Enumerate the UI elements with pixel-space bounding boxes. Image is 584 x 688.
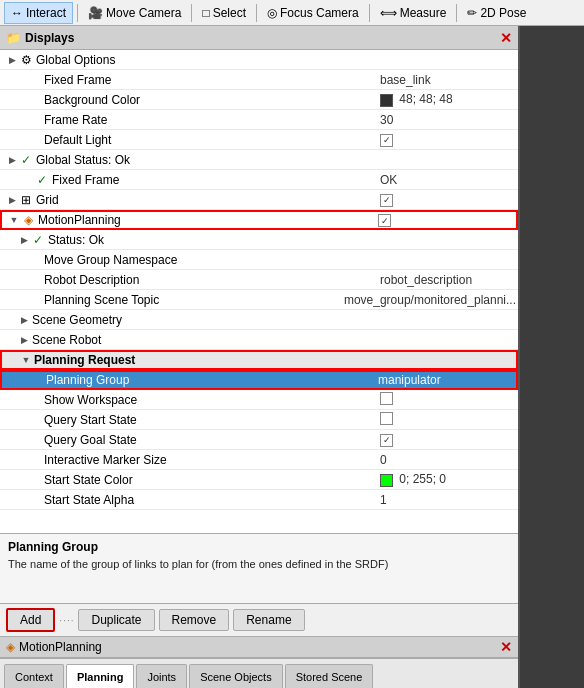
rename-button[interactable]: Rename xyxy=(233,609,304,631)
displays-tree[interactable]: ▶ ⚙ Global Options Fixed Frame base_link xyxy=(0,50,518,533)
pg-label: Planning Group xyxy=(44,373,374,387)
tab-joints[interactable]: Joints xyxy=(136,664,187,688)
tab-context[interactable]: Context xyxy=(4,664,64,688)
start-state-color-row[interactable]: Start State Color 0; 255; 0 xyxy=(0,470,518,490)
motion-planning-bar: ◈ MotionPlanning ✕ xyxy=(0,636,518,658)
scene-geometry-row[interactable]: ▶ Scene Geometry xyxy=(0,310,518,330)
ff-ok-label: Fixed Frame xyxy=(50,173,376,187)
qgs-label: Query Goal State xyxy=(42,433,376,447)
separator-4 xyxy=(369,4,370,22)
interact-button[interactable]: ↔ Interact xyxy=(4,2,73,24)
tab-stored-scene-label: Stored Scene xyxy=(296,671,363,683)
grid-label: Grid xyxy=(34,193,376,207)
ff-ok-value: OK xyxy=(376,173,516,187)
select-button[interactable]: □ Select xyxy=(196,2,252,24)
interactive-marker-size-row[interactable]: Interactive Marker Size 0 xyxy=(0,450,518,470)
global-options-label: Global Options xyxy=(34,53,376,67)
main-area: 📁 Displays ✕ ▶ ⚙ Global Options xyxy=(0,26,584,688)
move-camera-button[interactable]: 🎥 Move Camera xyxy=(82,2,187,24)
ssa-value: 1 xyxy=(376,493,516,507)
description-title: Planning Group xyxy=(8,540,510,554)
description-text: The name of the group of links to plan f… xyxy=(8,557,510,572)
description-box: Planning Group The name of the group of … xyxy=(0,533,518,603)
move-group-ns-row[interactable]: Move Group Namespace xyxy=(0,250,518,270)
focus-camera-button[interactable]: ◎ Focus Camera xyxy=(261,2,365,24)
fixed-frame-row[interactable]: Fixed Frame base_link xyxy=(0,70,518,90)
mp-arrow: ▼ xyxy=(8,215,20,225)
background-color-row[interactable]: Background Color 48; 48; 48 xyxy=(0,90,518,110)
grid-checkbox[interactable]: ✓ xyxy=(380,194,393,207)
mp-bar-icon: ◈ xyxy=(6,640,15,654)
measure-icon: ⟺ xyxy=(380,6,397,20)
toolbar: ↔ Interact 🎥 Move Camera □ Select ◎ Focu… xyxy=(0,0,584,26)
query-goal-state-row[interactable]: Query Goal State ✓ xyxy=(0,430,518,450)
sw-checkbox[interactable] xyxy=(380,392,393,405)
global-status-arrow: ▶ xyxy=(6,155,18,165)
2d-pose-button[interactable]: ✏ 2D Pose xyxy=(461,2,532,24)
ims-value: 0 xyxy=(376,453,516,467)
check-icon-1: ✓ xyxy=(18,152,34,168)
pr-label: Planning Request xyxy=(32,353,374,367)
mgns-label: Move Group Namespace xyxy=(42,253,376,267)
start-state-alpha-row[interactable]: Start State Alpha 1 xyxy=(0,490,518,510)
separator-dots: ···· xyxy=(59,615,74,626)
show-workspace-row[interactable]: Show Workspace xyxy=(0,390,518,410)
query-start-state-row[interactable]: Query Start State xyxy=(0,410,518,430)
interact-icon: ↔ xyxy=(11,6,23,20)
ssc-label: Start State Color xyxy=(42,473,376,487)
tab-stored-scene[interactable]: Stored Scene xyxy=(285,664,374,688)
default-light-checkbox[interactable]: ✓ xyxy=(380,134,393,147)
global-options-row[interactable]: ▶ ⚙ Global Options xyxy=(0,50,518,70)
frame-rate-row[interactable]: Frame Rate 30 xyxy=(0,110,518,130)
global-options-arrow: ▶ xyxy=(6,55,18,65)
planning-scene-topic-row[interactable]: Planning Scene Topic move_group/monitore… xyxy=(0,290,518,310)
tab-context-label: Context xyxy=(15,671,53,683)
tab-planning[interactable]: Planning xyxy=(66,664,134,688)
bottom-buttons: Add ···· Duplicate Remove Rename xyxy=(0,603,518,636)
mp-checkbox[interactable]: ✓ xyxy=(378,214,391,227)
qss-checkbox[interactable] xyxy=(380,412,393,425)
ssa-label: Start State Alpha xyxy=(42,493,376,507)
qgs-checkbox[interactable]: ✓ xyxy=(380,434,393,447)
tabs-bar: Context Planning Joints Scene Objects St… xyxy=(0,658,518,688)
motion-planning-row[interactable]: ▼ ◈ MotionPlanning ✓ xyxy=(0,210,518,230)
duplicate-button[interactable]: Duplicate xyxy=(78,609,154,631)
remove-button[interactable]: Remove xyxy=(159,609,230,631)
sw-label: Show Workspace xyxy=(42,393,376,407)
2d-pose-icon: ✏ xyxy=(467,6,477,20)
robot-desc-row[interactable]: Robot Description robot_description xyxy=(0,270,518,290)
tab-scene-objects[interactable]: Scene Objects xyxy=(189,664,283,688)
grid-row[interactable]: ▶ ⊞ Grid ✓ xyxy=(0,190,518,210)
fixed-frame-ok-row[interactable]: ✓ Fixed Frame OK xyxy=(0,170,518,190)
global-status-row[interactable]: ▶ ✓ Global Status: Ok xyxy=(0,150,518,170)
pr-arrow: ▼ xyxy=(20,355,32,365)
pst-label: Planning Scene Topic xyxy=(42,293,340,307)
scene-robot-row[interactable]: ▶ Scene Robot xyxy=(0,330,518,350)
displays-title: Displays xyxy=(25,31,74,45)
rd-value: robot_description xyxy=(376,273,516,287)
status-arrow: ▶ xyxy=(18,235,30,245)
planning-request-row[interactable]: ▼ Planning Request xyxy=(0,350,518,370)
default-light-value: ✓ xyxy=(376,132,516,147)
planning-group-row[interactable]: Planning Group manipulator xyxy=(0,370,518,390)
displays-panel: 📁 Displays ✕ ▶ ⚙ Global Options xyxy=(0,26,518,688)
bg-color-label: Background Color xyxy=(42,93,376,107)
measure-button[interactable]: ⟺ Measure xyxy=(374,2,453,24)
grid-arrow: ▶ xyxy=(6,195,18,205)
status-ok-row[interactable]: ▶ ✓ Status: Ok xyxy=(0,230,518,250)
default-light-row[interactable]: Default Light ✓ xyxy=(0,130,518,150)
mp-bar-close-button[interactable]: ✕ xyxy=(500,639,512,655)
add-button[interactable]: Add xyxy=(6,608,55,632)
displays-close-button[interactable]: ✕ xyxy=(500,30,512,46)
default-light-label: Default Light xyxy=(42,133,376,147)
pst-value: move_group/monitored_planni... xyxy=(340,293,516,307)
sr-arrow: ▶ xyxy=(18,335,30,345)
tab-joints-label: Joints xyxy=(147,671,176,683)
bg-color-swatch xyxy=(380,94,393,107)
sg-label: Scene Geometry xyxy=(30,313,376,327)
check-icon-3: ✓ xyxy=(30,232,46,248)
frame-rate-label: Frame Rate xyxy=(42,113,376,127)
fixed-frame-label: Fixed Frame xyxy=(42,73,376,87)
planning-icon: ◈ xyxy=(20,212,36,228)
left-panel: 📁 Displays ✕ ▶ ⚙ Global Options xyxy=(0,26,520,688)
